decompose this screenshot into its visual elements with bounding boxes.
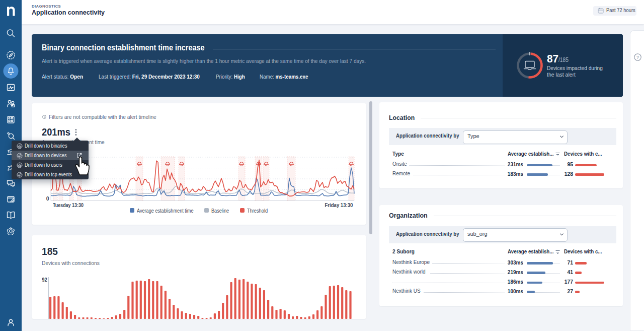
svg-text:?: ? <box>636 55 639 60</box>
